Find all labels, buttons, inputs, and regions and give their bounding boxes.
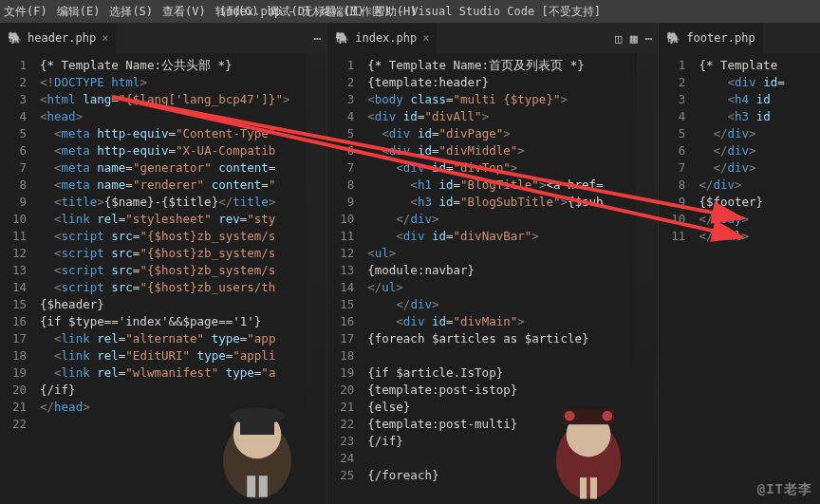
editor-pane1[interactable]: 12345678910111213141516171819202122 {* T… (0, 53, 326, 504)
tab-label: footer.php (686, 31, 755, 45)
watermark: @IT老李 (757, 481, 812, 498)
tabs-pane1: 🐘 header.php × ⋯ (0, 23, 326, 53)
tab-index-php[interactable]: 🐘 index.php × (327, 23, 437, 53)
layout-icon[interactable]: ▦ (630, 31, 638, 46)
code-area[interactable]: {* Template Name:首页及列表页 *}{template:head… (363, 53, 658, 504)
code-area[interactable]: {* Template Name:公共头部 *}<!DOCTYPE html><… (36, 53, 326, 504)
tab-label: header.php (28, 31, 96, 45)
tab-label: index.php (355, 31, 417, 45)
menu-edit[interactable]: 编辑(E) (57, 4, 101, 20)
split-icon[interactable]: ◫ (615, 31, 623, 46)
menu-file[interactable]: 文件(F) (4, 4, 47, 20)
tabs-pane3: 🐘 footer.php (659, 23, 820, 53)
gutter: 12345678910111213141516171819202122 (0, 53, 36, 504)
menu-debug[interactable]: 调试(D) (268, 4, 311, 20)
menubar: 文件(F) 编辑(E) 选择(S) 查看(V) 转到(G) 调试(D) 终端(M… (0, 0, 820, 23)
menu-terminal[interactable]: 终端(M) (321, 4, 364, 20)
tab-header-php[interactable]: 🐘 header.php × (0, 23, 116, 53)
php-icon: 🐘 (666, 31, 680, 45)
more-icon[interactable]: ⋯ (313, 31, 321, 46)
more-icon[interactable]: ⋯ (645, 31, 653, 46)
minimap[interactable] (306, 53, 326, 504)
menu-goto[interactable]: 转到(G) (215, 4, 259, 20)
php-icon: 🐘 (8, 31, 22, 45)
close-icon[interactable]: × (102, 31, 108, 45)
close-icon[interactable]: × (422, 31, 429, 45)
editor-pane2[interactable]: 1234567891011121314151617181920212223242… (327, 53, 658, 504)
menu-view[interactable]: 查看(V) (162, 4, 206, 20)
php-icon: 🐘 (335, 31, 349, 45)
editor-pane3[interactable]: 1234567891011 {* Template <div id= <h4 i… (659, 53, 820, 504)
gutter: 1234567891011121314151617181920212223242… (327, 53, 363, 504)
gutter: 1234567891011 (659, 53, 695, 504)
code-area[interactable]: {* Template <div id= <h4 id <h3 id </div… (695, 53, 820, 504)
tabs-pane2: 🐘 index.php × ◫ ▦ ⋯ (327, 23, 658, 53)
tab-footer-php[interactable]: 🐘 footer.php (659, 23, 762, 53)
menu-select[interactable]: 选择(S) (109, 4, 153, 20)
minimap[interactable] (637, 53, 658, 504)
menu-help[interactable]: 帮助(H) (374, 4, 418, 20)
